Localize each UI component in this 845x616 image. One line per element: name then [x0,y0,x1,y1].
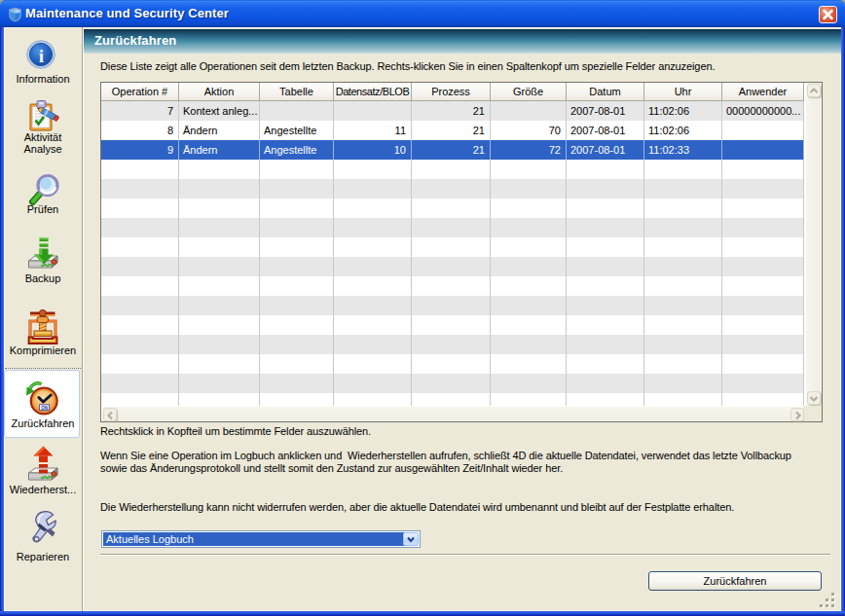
svg-text:ON: ON [41,406,48,411]
svg-text:i: i [39,46,44,66]
